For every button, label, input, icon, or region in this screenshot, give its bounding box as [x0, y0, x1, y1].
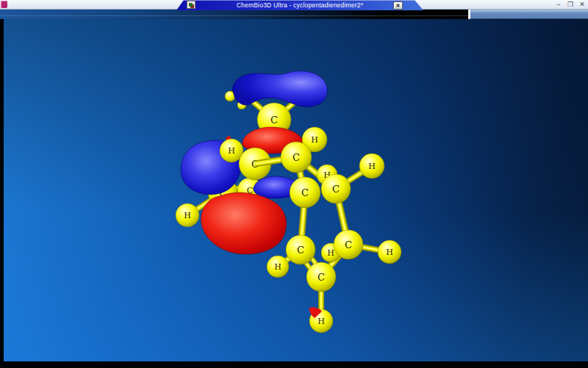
- atom-label: C: [318, 272, 325, 283]
- molecule-scene[interactable]: CHCCHHCHCCHCHCCHHCH: [0, 0, 588, 368]
- atom-label: C: [297, 245, 304, 256]
- atom-C[interactable]: C: [334, 230, 363, 259]
- atom-C[interactable]: C: [281, 142, 312, 173]
- orbital-lobe-red[interactable]: [201, 192, 287, 254]
- atom-label: H: [228, 146, 235, 156]
- atom-C[interactable]: C: [286, 235, 315, 264]
- atom-label: H: [327, 248, 334, 258]
- atom-label: H: [311, 135, 318, 145]
- atom-label: C: [301, 187, 309, 198]
- atom-label: H: [318, 317, 325, 326]
- minimize-icon[interactable]: –: [555, 1, 562, 8]
- viewport-left-border: [0, 19, 4, 361]
- atom-C[interactable]: C: [306, 262, 336, 292]
- atom-label: C: [345, 239, 352, 250]
- chem-app-icon[interactable]: [1, 1, 7, 8]
- banner-close-button[interactable]: ✕: [393, 1, 403, 10]
- window-title: ChemBio3D Ultra - cyclopentadienedimer2*: [176, 1, 423, 9]
- atom-C[interactable]: C: [321, 174, 351, 203]
- window-controls: – ❐ ✕: [555, 0, 586, 10]
- atom-label: H: [274, 262, 282, 272]
- strip-highlight-line: [0, 15, 468, 16]
- chembio3d-title-banner[interactable]: ChemBio3D Ultra - cyclopentadienedimer2*…: [176, 0, 423, 10]
- restore-icon[interactable]: ❐: [567, 1, 574, 8]
- screen: CHCCHHCHCCHCHCCHHCH – ❐ ✕ ChemBio3D Ultr…: [0, 0, 588, 368]
- strip-steel-bar: [470, 10, 588, 19]
- atom-label: H: [368, 162, 376, 171]
- atom-H[interactable]: H: [267, 256, 289, 278]
- atom-H[interactable]: H: [176, 203, 199, 227]
- close-icon[interactable]: ✕: [578, 1, 586, 8]
- atom-H[interactable]: H: [378, 240, 401, 264]
- atom-label: H: [386, 248, 393, 257]
- atom-H[interactable]: H: [359, 154, 384, 178]
- atom-label: C: [270, 115, 278, 126]
- atom-label: C: [293, 152, 300, 163]
- orbital-lobe-blue[interactable]: [232, 71, 327, 107]
- atom-label: C: [332, 184, 340, 195]
- atom-label: H: [184, 211, 191, 220]
- atom-C[interactable]: C: [290, 177, 320, 208]
- menu-strip-dark: [0, 10, 468, 19]
- viewport-bottom-border: [0, 361, 588, 368]
